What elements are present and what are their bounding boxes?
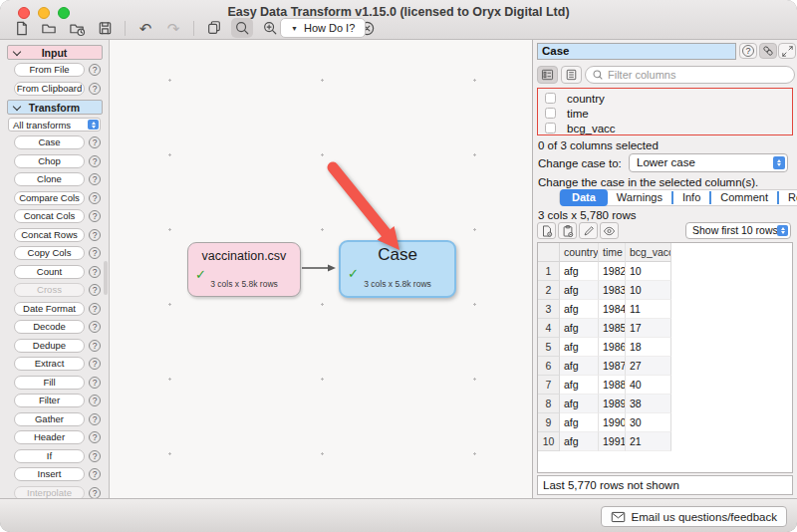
help-icon[interactable]: ? bbox=[89, 155, 101, 167]
transform-item-button[interactable]: Decode bbox=[14, 320, 85, 334]
transform-item-button[interactable]: Copy Cols bbox=[14, 246, 85, 260]
help-icon[interactable]: ? bbox=[89, 487, 101, 499]
help-icon[interactable]: ? bbox=[89, 83, 101, 95]
bcg-vacc-cell[interactable]: 17 bbox=[626, 319, 671, 338]
help-icon[interactable]: ? bbox=[89, 210, 101, 222]
transform-item-button[interactable]: Insert bbox=[14, 467, 85, 481]
time-cell[interactable]: 1983 bbox=[599, 281, 626, 300]
help-icon[interactable]: ? bbox=[89, 431, 101, 443]
row-number-cell[interactable]: 7 bbox=[538, 376, 560, 395]
help-icon[interactable]: ? bbox=[89, 377, 101, 389]
help-icon[interactable]: ? bbox=[89, 358, 101, 370]
email-feedback-button[interactable]: Email us questions/feedback bbox=[601, 506, 787, 527]
help-icon[interactable]: ? bbox=[89, 173, 101, 185]
time-cell[interactable]: 1990 bbox=[599, 413, 626, 432]
table-header-cell[interactable] bbox=[538, 243, 560, 262]
help-icon[interactable]: ? bbox=[89, 340, 101, 352]
column-checklist-view-button[interactable] bbox=[537, 66, 558, 84]
country-cell[interactable]: afg bbox=[560, 395, 599, 413]
transform-item-button[interactable]: Date Format bbox=[14, 302, 85, 316]
help-icon[interactable]: ? bbox=[89, 321, 101, 333]
help-icon[interactable]: ? bbox=[89, 413, 101, 425]
help-icon[interactable]: ? bbox=[89, 450, 101, 462]
row-number-cell[interactable]: 8 bbox=[538, 395, 560, 413]
country-cell[interactable]: afg bbox=[560, 357, 599, 376]
column-checkbox[interactable] bbox=[545, 108, 556, 119]
row-number-cell[interactable]: 1 bbox=[538, 262, 560, 281]
copy-to-clipboard-button[interactable] bbox=[558, 222, 577, 239]
column-checkbox[interactable] bbox=[545, 123, 556, 133]
time-cell[interactable]: 1985 bbox=[599, 319, 626, 338]
open-file-button[interactable] bbox=[38, 18, 60, 38]
help-icon[interactable]: ? bbox=[89, 284, 101, 296]
row-number-cell[interactable]: 6 bbox=[538, 357, 560, 376]
table-header-cell[interactable]: country bbox=[560, 243, 599, 262]
help-icon[interactable]: ? bbox=[89, 247, 101, 259]
column-list-view-button[interactable] bbox=[561, 66, 582, 84]
help-icon[interactable]: ? bbox=[89, 192, 101, 204]
duplicate-button[interactable] bbox=[203, 18, 225, 38]
row-number-cell[interactable]: 9 bbox=[538, 413, 560, 432]
time-cell[interactable]: 1989 bbox=[599, 395, 626, 413]
bcg-vacc-cell[interactable]: 40 bbox=[626, 376, 671, 395]
transform-item-button[interactable]: Chop bbox=[14, 154, 85, 168]
time-cell[interactable]: 1982 bbox=[599, 262, 626, 281]
row-number-cell[interactable]: 2 bbox=[538, 281, 560, 300]
bcg-vacc-cell[interactable]: 21 bbox=[626, 432, 671, 451]
transform-item-button[interactable]: Concat Rows bbox=[14, 228, 85, 242]
transform-item-button[interactable]: Interpolate bbox=[14, 486, 85, 499]
country-cell[interactable]: afg bbox=[560, 413, 599, 432]
panel-tab[interactable]: Warnings bbox=[608, 191, 671, 204]
how-do-i-button[interactable]: ▼ How Do I? bbox=[280, 18, 366, 38]
change-case-dropdown[interactable]: Lower case bbox=[629, 153, 788, 172]
pan-zoom-button[interactable] bbox=[231, 18, 253, 38]
bcg-vacc-cell[interactable]: 11 bbox=[626, 300, 671, 319]
transform-item-button[interactable]: Dedupe bbox=[14, 339, 85, 353]
country-cell[interactable]: afg bbox=[560, 376, 599, 395]
bcg-vacc-cell[interactable]: 27 bbox=[626, 357, 671, 376]
transform-item-button[interactable]: Filter bbox=[14, 394, 85, 407]
new-file-button[interactable] bbox=[10, 18, 32, 38]
help-icon[interactable]: ? bbox=[89, 303, 101, 315]
transform-item-button[interactable]: Cross bbox=[14, 283, 85, 297]
transform-item-button[interactable]: Gather bbox=[14, 412, 85, 426]
bcg-vacc-cell[interactable]: 38 bbox=[626, 395, 671, 413]
table-header-cell[interactable]: bcg_vacc bbox=[626, 243, 671, 262]
country-cell[interactable]: afg bbox=[560, 319, 599, 338]
input-node-vaccination[interactable]: vaccination.csv ✓ 3 cols x 5.8k rows bbox=[187, 242, 301, 297]
transform-item-button[interactable]: Compare Cols bbox=[14, 191, 85, 205]
node-name-field[interactable]: Case bbox=[537, 43, 736, 60]
link-panes-button[interactable] bbox=[759, 43, 777, 59]
undo-button[interactable]: ↶ bbox=[134, 18, 156, 38]
panel-tab[interactable]: Comment bbox=[709, 191, 777, 204]
transform-item-button[interactable]: Concat Cols bbox=[14, 209, 85, 223]
bcg-vacc-cell[interactable]: 10 bbox=[626, 262, 671, 281]
transform-item-button[interactable]: Clone bbox=[14, 172, 85, 186]
expand-panel-button[interactable] bbox=[778, 43, 796, 59]
transform-item-button[interactable]: Fill bbox=[14, 376, 85, 390]
panel-tab[interactable]: Results bbox=[777, 191, 797, 204]
workflow-canvas[interactable]: vaccination.csv ✓ 3 cols x 5.8k rows Cas… bbox=[111, 40, 532, 498]
row-number-cell[interactable]: 5 bbox=[538, 338, 560, 357]
bcg-vacc-cell[interactable]: 18 bbox=[626, 338, 671, 357]
table-header-cell[interactable]: time bbox=[599, 243, 626, 262]
transform-item-button[interactable]: Count bbox=[14, 265, 85, 279]
redo-button[interactable]: ↷ bbox=[162, 18, 184, 38]
panel-help-button[interactable]: ? bbox=[739, 43, 757, 59]
open-recent-button[interactable] bbox=[66, 18, 88, 38]
transform-node-case[interactable]: Case ✓ 3 cols x 5.8k rows bbox=[339, 240, 456, 298]
country-cell[interactable]: afg bbox=[560, 338, 599, 357]
column-checkbox[interactable] bbox=[545, 93, 556, 104]
panel-tab[interactable]: Data bbox=[560, 189, 608, 206]
time-cell[interactable]: 1988 bbox=[599, 376, 626, 395]
time-cell[interactable]: 1991 bbox=[599, 432, 626, 451]
help-icon[interactable]: ? bbox=[89, 468, 101, 480]
panel-tab[interactable]: Info bbox=[671, 191, 709, 204]
input-item-button[interactable]: From Clipboard bbox=[14, 82, 85, 96]
input-item-button[interactable]: From File bbox=[14, 63, 85, 77]
help-icon[interactable]: ? bbox=[89, 229, 101, 241]
transform-item-button[interactable]: Case bbox=[14, 135, 85, 149]
zoom-in-button[interactable] bbox=[259, 18, 281, 38]
time-cell[interactable]: 1986 bbox=[599, 338, 626, 357]
sidebar-scrollbar[interactable] bbox=[104, 261, 108, 295]
